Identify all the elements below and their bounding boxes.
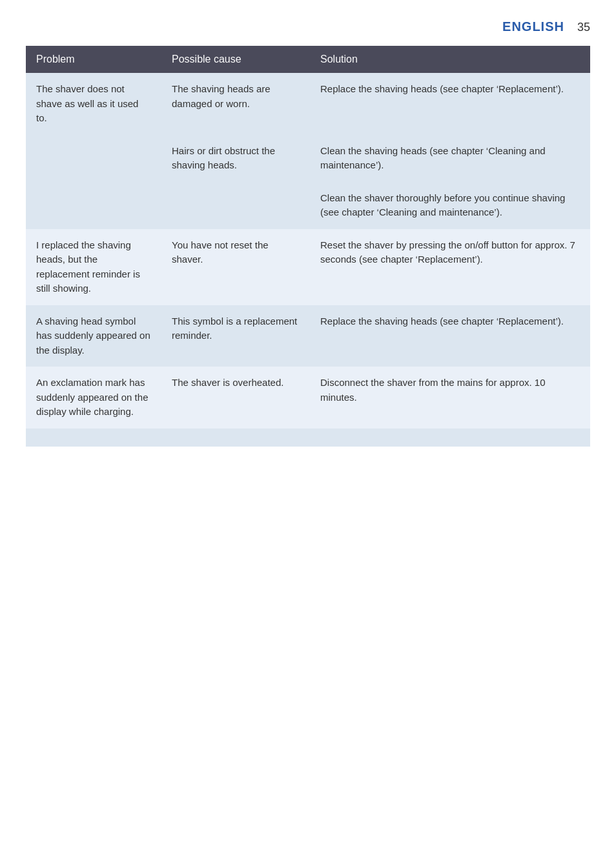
table-row: Hairs or dirt obstruct the shaving heads… (26, 135, 590, 182)
page-number: 35 (577, 21, 590, 34)
page: ENGLISH 35 Problem Possible cause Soluti… (0, 0, 616, 472)
cause-cell: The shaving heads are damaged or worn. (161, 73, 310, 135)
table-row: A shaving head symbol has suddenly appea… (26, 305, 590, 367)
cause-cell: Hairs or dirt obstruct the shaving heads… (161, 135, 310, 182)
table-row: Clean the shaver thoroughly before you c… (26, 182, 590, 229)
solution-cell: Replace the shaving heads (see chapter ‘… (310, 305, 590, 367)
troubleshooting-table: Problem Possible cause Solution The shav… (26, 46, 590, 447)
solution-cell: Replace the shaving heads (see chapter ‘… (310, 73, 590, 135)
problem-cell: A shaving head symbol has suddenly appea… (26, 305, 161, 367)
col-solution: Solution (310, 46, 590, 73)
problem-cell: An exclamation mark has suddenly appeare… (26, 367, 161, 429)
problem-cell: I replaced the shaving heads, but the re… (26, 229, 161, 305)
cause-cell (161, 429, 310, 447)
col-cause: Possible cause (161, 46, 310, 73)
solution-cell: Disconnect the shaver from the mains for… (310, 367, 590, 429)
solution-cell: Reset the shaver by pressing the on/off … (310, 229, 590, 305)
solution-cell: Clean the shaving heads (see chapter ‘Cl… (310, 135, 590, 182)
cause-cell: The shaver is overheated. (161, 367, 310, 429)
table-header-row: Problem Possible cause Solution (26, 46, 590, 73)
solution-cell (310, 429, 590, 447)
table-row (26, 429, 590, 447)
language-label: ENGLISH (502, 19, 564, 34)
solution-cell: Clean the shaver thoroughly before you c… (310, 182, 590, 229)
cause-cell (161, 182, 310, 229)
table-row: The shaver does not shave as well as it … (26, 73, 590, 135)
problem-cell (26, 429, 161, 447)
table-row: I replaced the shaving heads, but the re… (26, 229, 590, 305)
table-row: An exclamation mark has suddenly appeare… (26, 367, 590, 429)
problem-cell: The shaver does not shave as well as it … (26, 73, 161, 135)
page-header: ENGLISH 35 (26, 19, 590, 34)
problem-cell (26, 182, 161, 229)
cause-cell: You have not reset the shaver. (161, 229, 310, 305)
cause-cell: This symbol is a replacement reminder. (161, 305, 310, 367)
col-problem: Problem (26, 46, 161, 73)
problem-cell (26, 135, 161, 182)
